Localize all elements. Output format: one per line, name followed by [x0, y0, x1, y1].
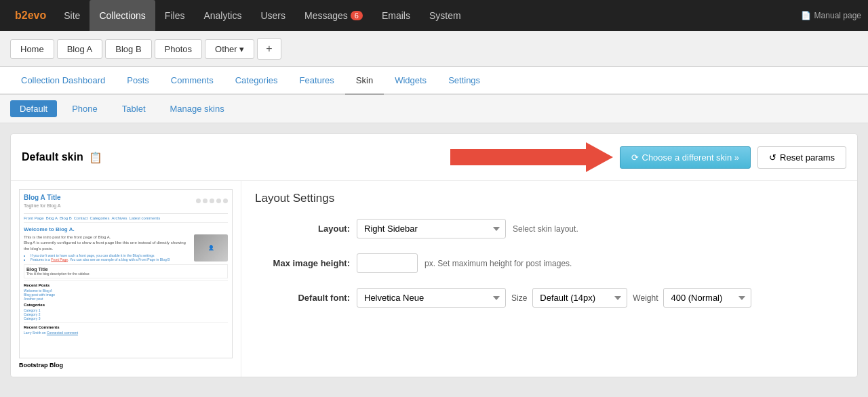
- nav-emails[interactable]: Emails: [372, 0, 420, 31]
- nav-messages[interactable]: Messages 6: [295, 0, 372, 31]
- choose-skin-icon: ⟳: [631, 152, 639, 163]
- preview-portrait: 👤: [194, 234, 228, 262]
- manual-page-link[interactable]: 📄 Manual page: [801, 11, 861, 20]
- choose-skin-button[interactable]: ⟳ Choose a different skin »: [620, 146, 751, 169]
- font-size-select[interactable]: Default (14px): [532, 288, 627, 308]
- messages-badge: 6: [351, 11, 363, 20]
- max-image-hint: px. Set maximum height for post images.: [425, 259, 572, 268]
- top-nav: b2evo Site Collections Files Analytics U…: [0, 0, 868, 31]
- nav-site[interactable]: Site: [54, 0, 90, 31]
- tab-widgets[interactable]: Widgets: [384, 67, 437, 95]
- max-image-label: Max image height:: [255, 258, 350, 268]
- tab-settings[interactable]: Settings: [437, 67, 491, 95]
- preview-blog-subtitle: Tagline for Blog A: [24, 203, 61, 208]
- layout-hint: Select skin layout.: [513, 224, 578, 234]
- tab-blog-a[interactable]: Blog A: [57, 39, 103, 59]
- font-label: Default font:: [255, 293, 350, 303]
- skin-panel-header: Default skin 📋 ⟳ Choose a different skin…: [11, 134, 857, 181]
- manual-page-icon: 📄: [801, 11, 811, 20]
- skin-icon: 📋: [89, 151, 102, 164]
- tab-skin[interactable]: Skin: [345, 67, 384, 95]
- tab-photos[interactable]: Photos: [155, 39, 202, 59]
- font-weight-select[interactable]: 400 (Normal): [663, 288, 751, 308]
- skin-tab-manage[interactable]: Manage skins: [161, 100, 234, 117]
- font-row: Default font: Helvetica Neue Size Defaul…: [255, 288, 844, 308]
- tab-features[interactable]: Features: [289, 67, 345, 95]
- tab-collection-dashboard[interactable]: Collection Dashboard: [10, 67, 116, 95]
- size-label: Size: [511, 293, 527, 303]
- brand-logo: b2evo: [7, 9, 54, 22]
- tab-home[interactable]: Home: [10, 39, 54, 59]
- choose-skin-arrow: [450, 142, 613, 172]
- skin-tab-default[interactable]: Default: [10, 100, 57, 117]
- nav-analytics[interactable]: Analytics: [194, 0, 251, 31]
- preview-welcome: Welcome to Blog A.: [24, 226, 228, 232]
- layout-row: Layout: Right Sidebar Select skin layout…: [255, 219, 844, 238]
- max-image-input[interactable]: [357, 253, 418, 273]
- tab-add-button[interactable]: +: [257, 38, 281, 60]
- tab-posts[interactable]: Posts: [116, 67, 160, 95]
- skin-tab-tablet[interactable]: Tablet: [113, 100, 155, 117]
- main-content: Default skin 📋 ⟳ Choose a different skin…: [0, 123, 868, 397]
- nav-users[interactable]: Users: [251, 0, 295, 31]
- layout-select[interactable]: Right Sidebar: [357, 219, 506, 238]
- preview-nav: Front Page Blog A Blog B Contact Categor…: [24, 216, 228, 223]
- max-image-row: Max image height: px. Set maximum height…: [255, 253, 844, 273]
- tab-blog-b[interactable]: Blog B: [105, 39, 151, 59]
- reset-icon: ↺: [769, 152, 776, 163]
- skin-preview-frame: Blog A Title Tagline for Blog A Front Pa…: [19, 189, 233, 358]
- nav-files[interactable]: Files: [155, 0, 195, 31]
- skin-panel-title: Default skin 📋: [22, 151, 102, 164]
- tab-categories[interactable]: Categories: [224, 67, 289, 95]
- preview-blog-title: Blog A Title: [24, 194, 61, 201]
- tab-comments[interactable]: Comments: [160, 67, 224, 95]
- settings-panel: Layout Settings Layout: Right Sidebar Se…: [241, 181, 857, 377]
- collection-tab-bar: Home Blog A Blog B Photos Other +: [0, 31, 868, 67]
- skin-tab-phone[interactable]: Phone: [62, 100, 107, 117]
- font-select[interactable]: Helvetica Neue: [357, 288, 506, 308]
- collection-nav-tabs: Collection Dashboard Posts Comments Cate…: [0, 67, 868, 95]
- skin-panel-actions: ⟳ Choose a different skin » ↺ Reset para…: [450, 142, 847, 172]
- nav-system[interactable]: System: [420, 0, 471, 31]
- tab-other-dropdown[interactable]: Other: [205, 39, 254, 59]
- skin-panel: Default skin 📋 ⟳ Choose a different skin…: [10, 133, 858, 377]
- layout-settings-title: Layout Settings: [255, 192, 844, 205]
- skin-sub-tabs: Default Phone Tablet Manage skins: [0, 95, 868, 123]
- skin-preview: Blog A Title Tagline for Blog A Front Pa…: [11, 181, 241, 377]
- preview-bottom-title: Bootstrap Blog: [19, 362, 233, 369]
- nav-collections[interactable]: Collections: [90, 0, 155, 31]
- layout-label: Layout:: [255, 224, 350, 234]
- skin-panel-body: Blog A Title Tagline for Blog A Front Pa…: [11, 181, 857, 377]
- weight-label: Weight: [633, 293, 658, 303]
- reset-params-button[interactable]: ↺ Reset params: [757, 146, 846, 169]
